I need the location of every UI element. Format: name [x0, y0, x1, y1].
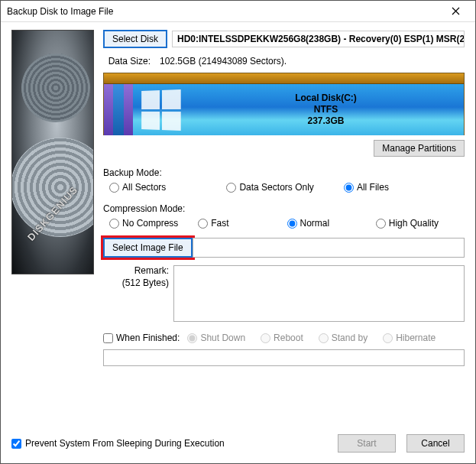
- disk-info: HD0:INTELSSDPEKKW256G8(238GB) - Recovery…: [172, 31, 465, 47]
- prevent-sleep-checkbox[interactable]: Prevent System From Sleeping During Exec…: [11, 438, 225, 449]
- compression-mode-label: Compression Mode:: [103, 203, 465, 214]
- compression-none[interactable]: No Compress: [109, 218, 198, 229]
- data-size-label: Data Size:: [103, 56, 151, 67]
- image-file-path-input[interactable]: [193, 238, 465, 258]
- select-disk-button[interactable]: Select Disk: [103, 30, 167, 48]
- partition-map[interactable]: Local Disk(C:) NTFS 237.3GB: [103, 73, 465, 135]
- partition-recovery[interactable]: [104, 73, 113, 135]
- backup-mode-label: Backup Mode:: [103, 167, 465, 178]
- close-button[interactable]: [440, 2, 471, 21]
- backup-mode-all-sectors[interactable]: All Sectors: [109, 182, 226, 193]
- partition-esp[interactable]: [113, 73, 124, 135]
- window-title: Backup Disk to Image File: [7, 6, 113, 17]
- backup-mode-group: All Sectors Data Sectors Only All Files: [109, 182, 465, 193]
- remark-label: Remark:: [103, 265, 169, 277]
- partition-name: Local Disk(C:): [188, 92, 464, 104]
- backup-mode-all-files[interactable]: All Files: [344, 182, 461, 193]
- title-bar: Backup Disk to Image File: [1, 1, 475, 22]
- data-size-value: 102.5GB (214943089 Sectors).: [160, 56, 287, 67]
- backup-mode-data-sectors[interactable]: Data Sectors Only: [226, 182, 343, 193]
- partition-fs: NTFS: [188, 104, 464, 115]
- progress-bar: [103, 349, 465, 366]
- compression-high[interactable]: High Quality: [376, 218, 465, 229]
- when-finished-shutdown: Shut Down: [187, 333, 245, 343]
- select-image-file-button[interactable]: Select Image File: [103, 238, 193, 258]
- when-finished-reboot: Reboot: [261, 333, 303, 343]
- manage-partitions-button[interactable]: Manage Partitions: [374, 140, 465, 157]
- remark-textarea[interactable]: [173, 265, 465, 322]
- when-finished-standby: Stand by: [319, 333, 368, 343]
- partition-local-disk-c[interactable]: Local Disk(C:) NTFS 237.3GB: [133, 73, 464, 135]
- brand-text: DISKGENIUS: [25, 183, 80, 243]
- start-button: Start: [338, 434, 396, 453]
- windows-logo-icon: [141, 89, 181, 131]
- close-icon: [452, 7, 460, 15]
- partition-msr[interactable]: [124, 73, 133, 135]
- remark-sublabel: (512 Bytes): [103, 277, 169, 290]
- partition-size: 237.3GB: [188, 115, 464, 127]
- cancel-button[interactable]: Cancel: [406, 434, 465, 453]
- branding-image: DISKGENIUS: [11, 30, 94, 274]
- when-finished-checkbox[interactable]: When Finished:: [103, 333, 180, 343]
- compression-fast[interactable]: Fast: [198, 218, 287, 229]
- when-finished-hibernate: Hibernate: [383, 333, 436, 343]
- compression-normal[interactable]: Normal: [287, 218, 376, 229]
- compression-mode-group: No Compress Fast Normal High Quality: [109, 218, 465, 229]
